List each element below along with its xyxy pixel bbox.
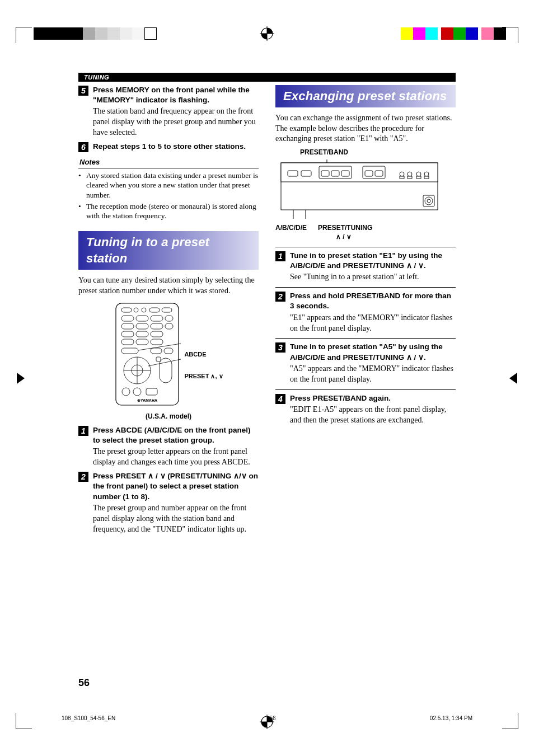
step-number-4: 4 — [275, 394, 285, 404]
remote-label-preset: PRESET ∧, ∨ — [184, 372, 223, 381]
svg-rect-9 — [149, 308, 160, 312]
panel-caption-presettuning: PRESET/TUNING — [318, 224, 372, 232]
step-body: "A5" appears and the "MEMORY" indicator … — [290, 364, 456, 385]
step-body: See "Tuning in to a preset station" at l… — [290, 272, 456, 283]
step-number-6: 6 — [78, 142, 88, 152]
svg-rect-50 — [375, 171, 383, 176]
crop-mark — [502, 27, 518, 43]
svg-rect-46 — [331, 171, 339, 176]
svg-rect-11 — [121, 316, 134, 321]
footer-file: 108_S100_54-56_EN — [62, 715, 115, 721]
svg-point-0 — [261, 28, 273, 39]
divider — [275, 338, 456, 339]
svg-rect-21 — [151, 331, 163, 337]
step-heading: Press MEMORY on the front panel while th… — [93, 85, 259, 105]
footer-page: 56 — [269, 715, 275, 721]
note-item: The reception mode (stereo or monaural) … — [86, 201, 259, 221]
step-heading: Repeat steps 1 to 5 to store other stati… — [93, 142, 259, 152]
remote-control-icon: ⊛YAMAHA — [114, 301, 181, 407]
svg-rect-24 — [151, 339, 163, 345]
step-number-1: 1 — [275, 251, 285, 261]
step-heading: Press PRESET/BAND again. — [290, 393, 456, 403]
svg-rect-20 — [136, 331, 148, 337]
step-number-3: 3 — [275, 342, 285, 353]
step-body: "EDIT E1-A5" appears on the front panel … — [290, 405, 456, 426]
side-triangle-icon — [509, 373, 517, 384]
remote-control-figure: ⊛YAMAHA ABCDE PRESET ∧, ∨ (U.S.A. model) — [78, 301, 259, 421]
notes-label: Notes — [78, 155, 259, 168]
svg-rect-17 — [151, 323, 163, 329]
svg-rect-25 — [121, 348, 138, 354]
svg-rect-42 — [288, 171, 298, 176]
section-intro: You can exchange the assignment of two p… — [275, 113, 456, 145]
svg-point-35 — [133, 388, 141, 396]
crop-mark — [502, 713, 518, 729]
svg-rect-47 — [341, 171, 349, 176]
svg-marker-4 — [509, 373, 517, 384]
step-body: The station band and frequency appear on… — [93, 106, 259, 138]
front-panel-figure: PRESET/BAND — [275, 148, 456, 241]
svg-rect-27 — [164, 348, 173, 354]
svg-rect-26 — [151, 348, 162, 354]
notes-list: Any stored station data existing under a… — [78, 171, 259, 221]
step-heading: Press and hold PRESET/BAND for more than… — [290, 291, 456, 311]
crop-mark — [16, 27, 32, 43]
svg-rect-10 — [162, 308, 172, 312]
svg-rect-32 — [160, 358, 172, 383]
step-number-2: 2 — [275, 292, 285, 302]
remote-caption: (U.S.A. model) — [146, 412, 191, 421]
footer-metadata: 108_S100_54-56_EN 56 02.5.13, 1:34 PM — [62, 715, 472, 721]
divider — [275, 247, 456, 247]
svg-rect-15 — [121, 323, 134, 329]
register-target-icon — [260, 26, 274, 41]
panel-caption-chevrons: ∧ / ∨ — [336, 233, 352, 241]
side-triangle-icon — [17, 373, 25, 384]
section-heading-tuning-preset: Tuning in to a preset station — [78, 231, 259, 270]
step-body: The preset group and number appear on th… — [93, 503, 259, 535]
step-number-1: 1 — [78, 426, 88, 436]
divider — [275, 389, 456, 390]
print-registration-top — [0, 22, 534, 45]
svg-rect-16 — [136, 323, 148, 329]
section-heading-exchange: Exchanging preset stations — [275, 85, 456, 107]
svg-rect-6 — [121, 308, 132, 312]
svg-point-61 — [427, 199, 430, 203]
svg-rect-43 — [301, 171, 311, 176]
svg-rect-45 — [321, 171, 329, 176]
step-body: "E1" appears and the "MEMORY" indicator … — [290, 313, 456, 334]
panel-caption-abcde: A/B/C/D/E — [275, 223, 307, 241]
svg-rect-33 — [156, 357, 161, 361]
section-intro: You can tune any desired station simply … — [78, 275, 259, 297]
step-heading: Tune in to preset station "E1" by using … — [290, 251, 456, 271]
section-tag: TUNING — [78, 73, 456, 82]
svg-rect-54 — [407, 176, 412, 179]
svg-point-53 — [407, 172, 412, 176]
svg-rect-49 — [365, 171, 373, 176]
svg-rect-36 — [146, 388, 157, 395]
panel-caption-presetband: PRESET/BAND — [300, 148, 348, 157]
footer-date: 02.5.13, 1:34 PM — [430, 715, 472, 721]
svg-point-57 — [424, 172, 429, 176]
svg-rect-12 — [136, 316, 148, 321]
svg-rect-56 — [416, 176, 421, 179]
page-number: 56 — [78, 677, 90, 689]
svg-rect-13 — [151, 316, 163, 321]
svg-point-51 — [400, 172, 404, 176]
step-body: The preset group letter appears on the f… — [93, 447, 259, 468]
svg-point-8 — [142, 308, 146, 312]
left-column: 5 Press MEMORY on the front panel while … — [78, 85, 259, 538]
step-heading: Tune in to preset station "A5" by using … — [290, 342, 456, 362]
right-column: Exchanging preset stations You can excha… — [275, 85, 456, 538]
svg-rect-22 — [121, 339, 134, 345]
svg-rect-58 — [424, 176, 429, 179]
front-panel-icon — [275, 159, 443, 221]
svg-rect-23 — [136, 339, 148, 345]
svg-marker-3 — [17, 373, 25, 384]
svg-rect-7 — [134, 308, 138, 312]
step-number-5: 5 — [78, 86, 88, 96]
remote-label-abcde: ABCDE — [184, 350, 223, 359]
svg-rect-19 — [121, 331, 134, 337]
crop-mark — [16, 713, 32, 729]
step-number-2: 2 — [78, 472, 88, 482]
svg-text:⊛YAMAHA: ⊛YAMAHA — [137, 398, 157, 402]
